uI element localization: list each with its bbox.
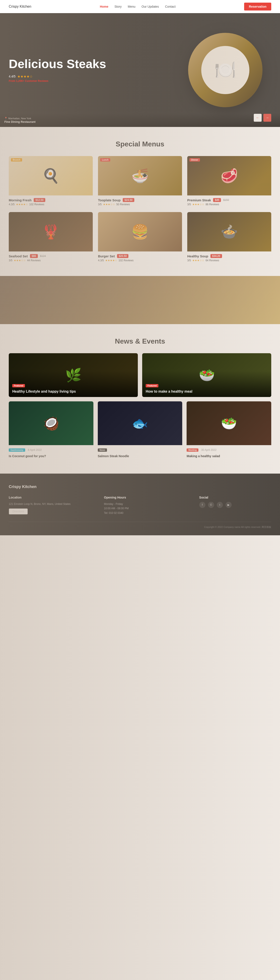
news-img-salmon: 🐟 — [98, 401, 183, 445]
menu-score-steak: 3/5 — [187, 203, 191, 206]
reservation-button[interactable]: Reservation — [244, 3, 271, 11]
news-featured-grid: 🌿 Featured Healthy Lifestyle and happy l… — [9, 353, 271, 397]
promo-banner — [0, 276, 280, 324]
news-title-lifestyle: Healthy Lifestyle and happy living tips — [12, 390, 134, 393]
hero-rating: 4.4/5 ★★★★☆ — [9, 75, 106, 79]
footer-hours-title: Opening Hours — [104, 496, 190, 499]
navbar: Crispy Kitchen Home Story Menu Our Updat… — [0, 0, 280, 13]
news-articles-grid: 🥥 Gastronomy 8 April 2022 Is Coconut goo… — [9, 401, 271, 460]
menu-price-steak: $45 — [213, 198, 221, 202]
menu-card-steak: 🥩 Dinner Premium Steak $45 $150 3/5 ★★★☆… — [187, 156, 271, 207]
news-img-salad: 🥗 — [186, 401, 271, 445]
menu-score-healthysoup: 3/5 — [187, 259, 191, 262]
special-menus-section: Special Menus 🍳 Brunch Morning Fresh $12… — [0, 127, 280, 276]
footer-time: 10:00 AM - 08:00 PM — [104, 506, 190, 511]
news-card-healthymeal[interactable]: 🥗 Featured How to make a healthy meal — [142, 353, 271, 397]
menu-score-seafood: 3/5 — [9, 259, 13, 262]
news-events-title: News & Events — [9, 337, 271, 345]
menu-card-seafood: 🦞 Seafood Set $86 $124 3/5 ★★★☆☆ 44 Revi… — [9, 212, 93, 263]
news-title-salad: Making a healthy salad — [186, 454, 271, 458]
nav-link-home[interactable]: Home — [100, 5, 108, 8]
menu-price-soup: $24.50 — [123, 198, 134, 202]
menu-score-morning: 4.3/5 — [9, 203, 15, 206]
social-instagram-icon[interactable]: © — [208, 502, 214, 508]
news-title-salmon: Salmon Steak Noodle — [98, 454, 183, 458]
footer-social-title: Social — [199, 496, 271, 499]
news-card-lifestyle[interactable]: 🌿 Featured Healthy Lifestyle and happy l… — [9, 353, 138, 397]
menu-card-soup: 🍜 Lunch Tooplate Soup $24.50 3/5 ★★★☆☆ 5… — [98, 156, 182, 207]
menu-card-morning: 🍳 Brunch Morning Fresh $12.50 4.3/5 ★★★★… — [9, 156, 93, 207]
hero-rating-score: 4.4/5 — [9, 75, 16, 78]
footer-logo: Crispy Kitchen — [9, 485, 271, 489]
hero-prev-arrow[interactable]: ← — [254, 114, 262, 122]
menu-img-soup: 🍜 Lunch — [98, 156, 182, 196]
hero-overlay: 📍Manhattan, New York Fine Dining Restaur… — [0, 113, 280, 127]
hero-next-arrow[interactable]: → — [263, 114, 271, 122]
news-img-coconut: 🥥 — [9, 401, 94, 445]
news-card-salmon[interactable]: 🐟 News Salmon Steak Noodle — [98, 401, 183, 460]
menu-grid: 🍳 Brunch Morning Fresh $12.50 4.3/5 ★★★★… — [9, 156, 271, 263]
menu-name-burger: Burger Set — [98, 254, 115, 258]
menu-price-old-seafood: $124 — [40, 255, 46, 258]
menu-badge-morning: Brunch — [11, 158, 22, 162]
footer-weekday: Monday - Friday — [104, 502, 190, 506]
menu-card-burger: 🍔 Burger Set $20.50 4.3/5 ★★★★☆ 102 Revi… — [98, 212, 182, 263]
hero-restaurant-label: Fine Dining Restaurant — [5, 120, 35, 123]
footer: Crispy Kitchen Location 121 Einstein Loo… — [0, 474, 280, 535]
nav-link-story[interactable]: Story — [115, 5, 122, 8]
social-youtube-icon[interactable]: ▶ — [226, 502, 232, 508]
news-tag-lifestyle: Featured — [12, 384, 25, 387]
news-tag-salmon: News — [98, 449, 107, 452]
news-tag-healthymeal: Featured — [146, 384, 158, 387]
hero-content: Delicious Steaks 4.4/5 ★★★★☆ From 1,206+… — [9, 57, 106, 83]
nav-link-updates[interactable]: Our Updates — [142, 5, 159, 8]
social-twitter-icon[interactable]: t — [217, 502, 223, 508]
hero-location: 📍Manhattan, New York — [5, 117, 275, 120]
footer-social: Social f © t ▶ — [199, 496, 271, 515]
nav-link-menu[interactable]: Menu — [128, 5, 135, 8]
news-date-coconut: 8 April 2022 — [28, 449, 41, 452]
special-menus-title: Special Menus — [9, 140, 271, 148]
hero-reviews: From 1,206+ Customer Reviews — [9, 80, 106, 83]
menu-name-soup: Tooplate Soup — [98, 198, 121, 202]
nav-link-contact[interactable]: Contact — [165, 5, 175, 8]
news-events-section: News & Events 🌿 Featured Healthy Lifesty… — [0, 324, 280, 474]
menu-price-healthysoup: $34.20 — [210, 254, 222, 258]
menu-card-healthysoup: 🍲 Healthy Soup $34.20 3/5 ★★★☆☆ 64 Revie… — [187, 212, 271, 263]
footer-social-icons: f © t ▶ — [199, 502, 271, 508]
hero-title: Delicious Steaks — [9, 57, 106, 70]
menu-img-morning: 🍳 Brunch — [9, 156, 93, 196]
news-date-salad: 30 April 2022 — [201, 449, 216, 452]
hero-plate: 🍽️ — [201, 46, 250, 94]
hero-stars: ★★★★☆ — [17, 75, 33, 79]
social-facebook-icon[interactable]: f — [199, 502, 205, 508]
menu-badge-steak: Dinner — [189, 158, 200, 162]
news-img-lifestyle: 🌿 Featured Healthy Lifestyle and happy l… — [9, 353, 138, 397]
menu-name-steak: Premium Steak — [187, 198, 211, 202]
nav-links: Home Story Menu Our Updates Contact — [100, 5, 175, 8]
footer-location: Location 121 Einstein Loop N, Bronx, NY,… — [9, 496, 95, 515]
menu-img-steak: 🥩 Dinner — [187, 156, 271, 196]
footer-location-title: Location — [9, 496, 95, 499]
hero-arrows: ← → — [254, 114, 271, 122]
news-card-coconut[interactable]: 🥥 Gastronomy 8 April 2022 Is Coconut goo… — [9, 401, 94, 460]
news-card-salad[interactable]: 🥗 Meeting 30 April 2022 Making a healthy… — [186, 401, 271, 460]
footer-copyright: Copyright © 2022 Company name All rights… — [9, 522, 271, 529]
footer-hours: Opening Hours Monday - Friday 10:00 AM -… — [104, 496, 190, 515]
news-title-healthymeal: How to make a healthy meal — [146, 390, 268, 393]
menu-badge-soup: Lunch — [100, 158, 110, 162]
menu-score-burger: 4.3/5 — [98, 259, 104, 262]
menu-img-seafood: 🦞 — [9, 212, 93, 251]
footer-directions-button[interactable]: Directions — [9, 508, 28, 514]
news-title-coconut: Is Coconut good for you? — [9, 454, 94, 458]
hero-section: Delicious Steaks 4.4/5 ★★★★☆ From 1,206+… — [0, 13, 280, 127]
menu-score-soup: 3/5 — [98, 203, 102, 206]
menu-price-morning: $12.50 — [34, 198, 45, 202]
menu-name-healthysoup: Healthy Soup — [187, 254, 208, 258]
footer-grid: Location 121 Einstein Loop N, Bronx, NY,… — [9, 496, 271, 515]
menu-price-seafood: $86 — [30, 254, 38, 258]
news-tag-coconut: Gastronomy — [9, 449, 25, 452]
footer-tel: Tel: 010 02 0340 — [104, 511, 190, 515]
menu-name-morning: Morning Fresh — [9, 198, 32, 202]
footer-address: 121 Einstein Loop N, Bronx, NY, Mans, Un… — [9, 502, 95, 506]
